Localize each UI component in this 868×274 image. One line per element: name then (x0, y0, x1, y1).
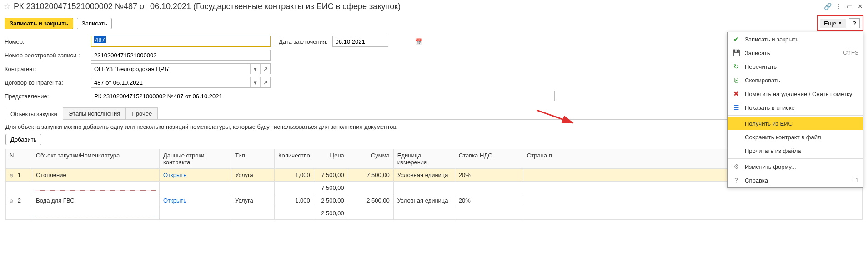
contract-combo[interactable]: ▾ ↗ (91, 77, 271, 88)
collapse-icon[interactable]: ⊖ (10, 198, 16, 203)
contragent-combo[interactable]: ▾ ↗ (91, 63, 271, 74)
open-icon[interactable]: ↗ (260, 64, 270, 74)
date-input[interactable]: 📅 (332, 36, 388, 47)
more-dropdown-menu: ✔Записать и закрыть 💾ЗаписатьCtrl+S ↻Пер… (727, 32, 863, 188)
help-button[interactable]: ? (849, 18, 860, 28)
dropdown-icon[interactable]: ▾ (250, 64, 260, 74)
favorite-star-icon[interactable]: ☆ (4, 1, 11, 11)
number-label: Номер: (5, 38, 91, 45)
menu-change-form[interactable]: ⚙Изменить форму... (728, 160, 863, 173)
menu-copy[interactable]: ⎘Скопировать (728, 73, 863, 87)
menu-show-in-list[interactable]: ☰Показать в списке (728, 101, 863, 114)
th-n[interactable]: N (6, 149, 32, 169)
copy-icon: ⎘ (732, 76, 740, 84)
gear-icon: ⚙ (732, 162, 740, 171)
th-sum[interactable]: Сумма (348, 149, 393, 169)
regnum-label: Номер реестровой записи : (5, 52, 91, 59)
tab-stages[interactable]: Этапы исполнения (63, 107, 126, 119)
open-link[interactable]: Открыть (163, 197, 186, 204)
number-input[interactable]: 487 (91, 36, 271, 47)
list-icon: ☰ (732, 103, 740, 112)
link-icon[interactable]: 🔗 (823, 2, 832, 10)
open-icon[interactable]: ↗ (260, 77, 270, 87)
window-title: РК 2310200471521000002 №487 от 06.10.202… (14, 2, 821, 11)
menu-read-from-file[interactable]: Прочитать из файла (728, 144, 863, 157)
command-bar: Записать и закрыть Записать Еще▼ ? (0, 13, 868, 34)
menu-mark-delete[interactable]: ✖Пометить на удаление / Снять пометку (728, 87, 863, 101)
titlebar: ☆ РК 2310200471521000002 №487 от 06.10.2… (0, 0, 868, 13)
menu-save-to-file[interactable]: Сохранить контракт в файл (728, 130, 863, 144)
calendar-icon[interactable]: 📅 (415, 36, 422, 46)
delete-mark-icon: ✖ (732, 90, 740, 98)
th-data[interactable]: Данные строки контракта (160, 149, 231, 169)
date-label: Дата заключения: (279, 38, 328, 45)
contragent-label: Контрагент: (5, 66, 91, 72)
close-icon[interactable]: ✕ (856, 2, 864, 10)
th-unit[interactable]: Единица измерения (393, 149, 455, 169)
open-link[interactable]: Открыть (163, 172, 186, 178)
tab-objects[interactable]: Объекты закупки (5, 108, 63, 120)
present-input[interactable] (91, 91, 555, 101)
regnum-input[interactable] (91, 50, 271, 61)
table-subrow[interactable]: 2 500,00 (6, 207, 863, 220)
refresh-icon: ↻ (732, 62, 740, 71)
help-icon: ? (732, 176, 740, 184)
menu-get-from-eis[interactable]: Получить из ЕИС (728, 117, 863, 130)
chevron-down-icon: ▼ (838, 21, 842, 25)
collapse-icon[interactable]: ⊖ (10, 173, 16, 178)
menu-save[interactable]: 💾ЗаписатьCtrl+S (728, 46, 863, 60)
th-type[interactable]: Тип (231, 149, 275, 169)
more-button-highlight: Еще▼ ? (817, 15, 863, 31)
kebab-icon[interactable]: ⋮ (834, 2, 843, 10)
menu-reload[interactable]: ↻Перечитать (728, 60, 863, 73)
save-icon: 💾 (732, 49, 740, 57)
th-qty[interactable]: Количество (275, 149, 314, 169)
dropdown-icon[interactable]: ▾ (250, 77, 260, 87)
menu-save-close[interactable]: ✔Записать и закрыть (728, 32, 863, 46)
save-and-close-button[interactable]: Записать и закрыть (5, 18, 73, 29)
th-price[interactable]: Цена (314, 149, 348, 169)
contract-label: Договор контрагента: (5, 79, 91, 86)
save-button[interactable]: Записать (77, 18, 112, 29)
menu-help[interactable]: ?СправкаF1 (728, 173, 863, 187)
th-name[interactable]: Объект закупки/Номенклатура (32, 149, 160, 169)
th-vat[interactable]: Ставка НДС (455, 149, 523, 169)
tab-other[interactable]: Прочее (125, 107, 158, 119)
check-icon: ✔ (732, 35, 740, 43)
present-label: Представление: (5, 93, 91, 100)
table-row[interactable]: ⊖ 2 Вода для ГВС Открыть Услуга 1,000 2 … (6, 194, 863, 207)
maximize-icon[interactable]: ▭ (845, 2, 853, 10)
more-button[interactable]: Еще▼ (820, 19, 846, 28)
add-button[interactable]: Добавить (5, 134, 41, 145)
